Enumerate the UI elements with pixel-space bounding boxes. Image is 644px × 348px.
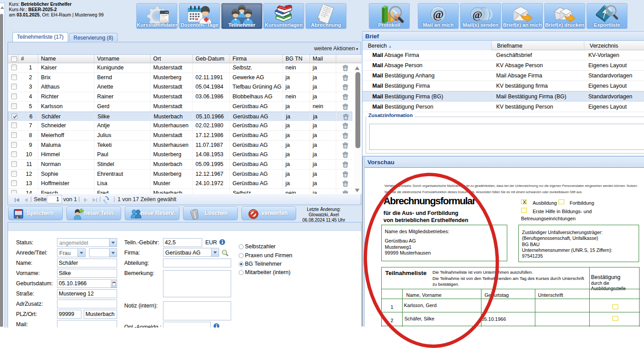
svg-text:@: @ bbox=[473, 9, 482, 21]
svg-text:@: @ bbox=[433, 8, 444, 21]
